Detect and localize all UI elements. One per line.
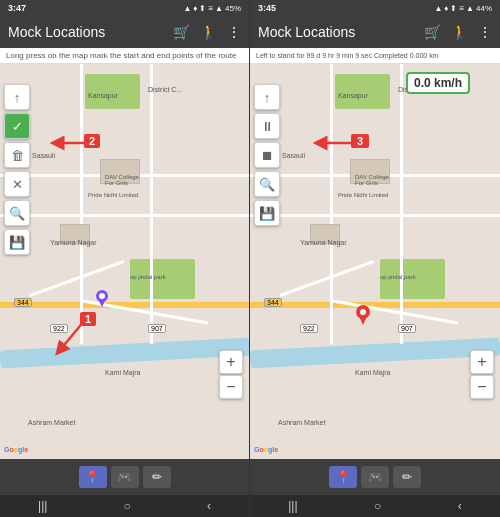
label-ashram: Ashram Market <box>28 419 75 426</box>
road-diag-1 <box>29 260 124 297</box>
road-badge-922-2: 922 <box>300 324 318 333</box>
nav-back-2[interactable]: ‹ <box>458 499 462 513</box>
person-icon[interactable]: 🚶 <box>200 24 217 40</box>
app-title-1: Mock Locations <box>8 24 105 40</box>
gamepad-icon-btn-1[interactable]: 🎮 <box>111 466 139 488</box>
label-kansapur: Kansapur <box>88 92 118 99</box>
red-marker <box>355 304 371 330</box>
zoom-in-btn-2[interactable]: + <box>470 350 494 374</box>
status-time-2: 3:45 <box>258 3 276 13</box>
cart-icon-2[interactable]: 🛒 <box>424 24 441 40</box>
zoom-in-btn-1[interactable]: + <box>219 350 243 374</box>
map-toolbar-1: ↑ ✓ 🗑 ✕ 🔍 💾 <box>4 84 30 255</box>
cart-icon[interactable]: 🛒 <box>173 24 190 40</box>
label-pride: Pride Nidhi Limited <box>88 192 138 198</box>
location-icon-btn-2[interactable]: 📍 <box>329 466 357 488</box>
nav-home-1[interactable]: ○ <box>124 499 131 513</box>
location-icon-btn-1[interactable]: 📍 <box>79 466 107 488</box>
bottom-icon-group-2: 📍 🎮 ✏ <box>329 466 421 488</box>
edit-icon-btn-1[interactable]: ✏ <box>143 466 171 488</box>
clear-toolbar-btn[interactable]: ✕ <box>4 171 30 197</box>
more-icon[interactable]: ⋮ <box>227 24 241 40</box>
nav-recent-2[interactable]: ||| <box>288 499 297 513</box>
top-bar-2: Mock Locations 🛒 🚶 ⋮ <box>250 16 500 48</box>
app-title-2: Mock Locations <box>258 24 355 40</box>
top-bar-icons-2: 🛒 🚶 ⋮ <box>424 24 492 40</box>
road-badge-344-2: 344 <box>264 298 282 307</box>
svg-text:3: 3 <box>357 135 363 147</box>
map-container-2[interactable]: Kansapur Sasauli District C... DAV Colle… <box>250 64 500 459</box>
label-pride-2: Pride Nidhi Limited <box>338 192 388 198</box>
road-v-2 <box>150 64 153 344</box>
svg-marker-10 <box>359 316 367 325</box>
bottom-bar-1: 📍 🎮 ✏ <box>0 459 249 495</box>
road-diag-p2 <box>279 260 374 297</box>
label-dav-2: DAV CollegeFor Girls <box>355 174 389 186</box>
google-logo-2: Google <box>254 446 278 453</box>
svg-marker-1 <box>98 299 106 307</box>
bottom-icon-group-1: 📍 🎮 ✏ <box>79 466 171 488</box>
road-badge-907: 907 <box>148 324 166 333</box>
status-bar-1: 3:47 ▲ ♦ ⬆ ≡ ▲ 45% <box>0 0 249 16</box>
nav-home-2[interactable]: ○ <box>374 499 381 513</box>
road-badge-344: 344 <box>14 298 32 307</box>
svg-text:2: 2 <box>89 135 95 147</box>
annotation-3: 3 <box>272 126 372 165</box>
label-jindal-2: op jindal park <box>380 274 416 280</box>
instruction-bar-2: Left to stand for 99 d 9 hr 9 min 9 sec … <box>250 48 500 64</box>
instruction-bar-1: Long press on the map mark the start and… <box>0 48 249 64</box>
zoom-out-btn-2[interactable]: − <box>470 375 494 399</box>
search-toolbar-btn-2[interactable]: 🔍 <box>254 171 280 197</box>
top-bar-1: Mock Locations 🛒 🚶 ⋮ <box>0 16 249 48</box>
label-district: District C... <box>148 86 182 93</box>
gamepad-icon-btn-2[interactable]: 🎮 <box>361 466 389 488</box>
svg-point-11 <box>360 309 366 315</box>
top-bar-icons-1: 🛒 🚶 ⋮ <box>173 24 241 40</box>
speed-value: 0.0 km/h <box>414 76 462 90</box>
road-v-p2-2 <box>400 64 403 344</box>
instruction-text-1: Long press on the map mark the start and… <box>6 51 236 60</box>
zoom-controls-1: + − <box>219 350 243 399</box>
road-thin-1 <box>0 214 249 217</box>
search-toolbar-btn[interactable]: 🔍 <box>4 200 30 226</box>
zoom-out-btn-1[interactable]: − <box>219 375 243 399</box>
road-thin-p2-1 <box>250 214 500 217</box>
panel-2: 3:45 ▲ ♦ ⬆ ≡ ▲ 44% Mock Locations 🛒 🚶 ⋮ … <box>250 0 500 517</box>
label-kami-2: Kami Majra <box>355 369 390 376</box>
bottom-bar-2: 📍 🎮 ✏ <box>250 459 500 495</box>
nav-recent-1[interactable]: ||| <box>38 499 47 513</box>
label-jindal: op jindal park <box>130 274 166 280</box>
map-bg-2: Kansapur Sasauli District C... DAV Colle… <box>250 64 500 459</box>
map-container-1[interactable]: Kansapur Sasauli District C... DAV Colle… <box>0 64 249 459</box>
label-yamuna: Yamuna Nagar <box>50 239 97 246</box>
nav-back-1[interactable]: ‹ <box>207 499 211 513</box>
status-icons-2: ▲ ♦ ⬆ ≡ ▲ 44% <box>434 4 492 13</box>
nav-bar-1: ||| ○ ‹ <box>0 495 249 517</box>
panel-1: 3:47 ▲ ♦ ⬆ ≡ ▲ 45% Mock Locations 🛒 🚶 ⋮ … <box>0 0 250 517</box>
label-yamuna-2: Yamuna Nagar <box>300 239 347 246</box>
annotation-1: 1 <box>30 310 100 374</box>
navigate-toolbar-btn-2[interactable]: ↑ <box>254 84 280 110</box>
speed-display: 0.0 km/h <box>406 72 470 94</box>
status-bar-2: 3:45 ▲ ♦ ⬆ ≡ ▲ 44% <box>250 0 500 16</box>
instruction-text-2: Left to stand for 99 d 9 hr 9 min 9 sec … <box>256 52 439 59</box>
more-icon-2[interactable]: ⋮ <box>478 24 492 40</box>
nav-bar-2: ||| ○ ‹ <box>250 495 500 517</box>
status-icons-1: ▲ ♦ ⬆ ≡ ▲ 45% <box>183 4 241 13</box>
edit-icon-btn-2[interactable]: ✏ <box>393 466 421 488</box>
road-badge-907-2: 907 <box>398 324 416 333</box>
label-ashram-2: Ashram Market <box>278 419 325 426</box>
svg-text:1: 1 <box>85 313 91 325</box>
label-kansapur-2: Kansapur <box>338 92 368 99</box>
status-time-1: 3:47 <box>8 3 26 13</box>
river-p2 <box>250 337 500 368</box>
zoom-controls-2: + − <box>470 350 494 399</box>
save-toolbar-btn[interactable]: 💾 <box>4 229 30 255</box>
save-toolbar-btn-2[interactable]: 💾 <box>254 200 280 226</box>
annotation-2: 2 <box>22 126 102 165</box>
label-dav: DAV CollegeFor Girls <box>105 174 139 186</box>
svg-point-2 <box>99 293 105 299</box>
navigate-toolbar-btn[interactable]: ↑ <box>4 84 30 110</box>
person-icon-2[interactable]: 🚶 <box>451 24 468 40</box>
google-logo-1: Google <box>4 446 28 453</box>
